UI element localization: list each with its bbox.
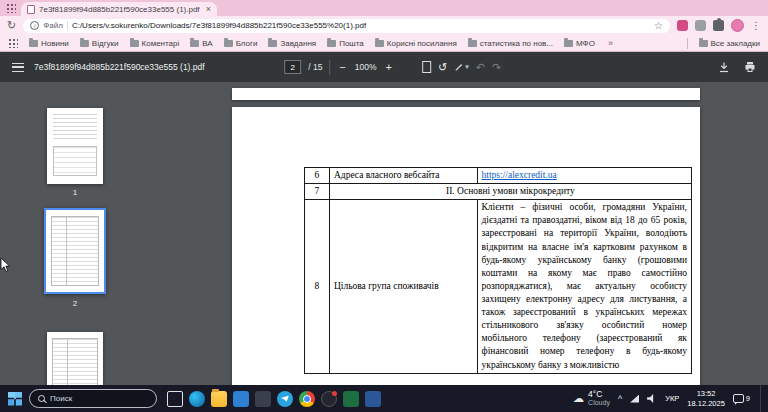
- folder-icon: [699, 40, 708, 47]
- bookmark-item[interactable]: МФО: [564, 39, 595, 48]
- folder-icon: [468, 40, 477, 47]
- all-bookmarks-button[interactable]: Все закладки: [699, 39, 760, 48]
- folder-icon: [130, 40, 139, 47]
- taskbar-app-icon[interactable]: [255, 391, 271, 407]
- bookmark-item[interactable]: Відгуки: [80, 39, 119, 48]
- taskbar-apps: [167, 391, 381, 407]
- pdf-toolbar: 7e3f81899f94d885b221f590ce33e555 (1).pdf…: [0, 52, 768, 82]
- taskbar-app-icon[interactable]: [321, 391, 337, 407]
- taskbar-search[interactable]: Поиск: [29, 389, 157, 408]
- extension-icon[interactable]: [677, 20, 688, 31]
- tab-title: 7e3f81899f94d885b221f590ce33e555 (1).pdf: [39, 5, 202, 14]
- start-button[interactable]: [8, 392, 22, 406]
- pdf-favicon-icon: [27, 5, 35, 14]
- bookmark-item[interactable]: Корисні посилання: [375, 39, 457, 48]
- bookmark-item[interactable]: статистика по нов...: [468, 39, 553, 48]
- table-row: 6 Адреса власного вебсайта https://alexc…: [305, 168, 692, 184]
- download-icon[interactable]: [718, 61, 730, 73]
- tab-search-icon[interactable]: [6, 3, 16, 13]
- bookmark-label: МФО: [576, 39, 595, 48]
- zoom-out-button[interactable]: −: [337, 61, 347, 73]
- folder-icon: [375, 40, 384, 47]
- thumbnail-page-number: 2: [73, 299, 77, 308]
- row-number: 8: [305, 200, 330, 373]
- page-thumbnail-active[interactable]: [44, 208, 106, 294]
- bookmark-item[interactable]: Завдання: [268, 39, 316, 48]
- bookmark-label: Коментарі: [142, 39, 180, 48]
- language-indicator[interactable]: УКР: [665, 394, 679, 403]
- page-thumbnail[interactable]: [47, 332, 103, 385]
- bookmark-item[interactable]: ВА: [190, 39, 212, 48]
- bookmarks-bar: Новини Відгуки Коментарі ВА Блоги Завдан…: [0, 35, 768, 52]
- browser-menu-icon[interactable]: ⋮: [751, 21, 761, 31]
- fit-page-icon[interactable]: [422, 61, 431, 73]
- bookmark-item[interactable]: Коментарі: [130, 39, 180, 48]
- annotate-icon[interactable]: ▾: [454, 62, 469, 72]
- page-thumbnail[interactable]: [47, 108, 103, 184]
- folder-icon: [224, 40, 233, 47]
- table-row: 8 Цільова група споживачів Клієнти – фіз…: [305, 200, 692, 373]
- page-number-input[interactable]: 2: [284, 60, 301, 74]
- task-view-icon[interactable]: [167, 391, 183, 407]
- chrome-icon[interactable]: [299, 391, 315, 407]
- bookmark-item[interactable]: Пошта: [327, 39, 364, 48]
- section-title: ІІ. Основні умови мікрокредиту: [329, 184, 691, 200]
- browser-tab[interactable]: 7e3f81899f94d885b221f590ce33e555 (1).pdf…: [21, 2, 217, 16]
- clock[interactable]: 13:52 18.12.2025: [687, 389, 725, 408]
- action-center[interactable]: 9: [733, 394, 750, 403]
- extensions-puzzle-icon[interactable]: [713, 20, 724, 31]
- search-icon: [38, 395, 45, 402]
- apps-grid-icon[interactable]: [8, 38, 18, 48]
- thumbnail-page-number: 1: [73, 188, 77, 197]
- address-bar[interactable]: i Файл C:/Users/v.sokurenko/Downloads/7e…: [23, 19, 670, 33]
- rotate-icon[interactable]: ↺: [438, 61, 447, 74]
- table-row: 7 ІІ. Основні умови мікрокредиту: [305, 184, 692, 200]
- taskbar-app-icon[interactable]: [365, 391, 381, 407]
- bookmarks-overflow-icon[interactable]: »: [608, 38, 613, 48]
- volume-icon[interactable]: [647, 394, 657, 403]
- toolbar-divider: [329, 60, 330, 75]
- show-desktop-button[interactable]: [760, 385, 763, 412]
- bookmark-star-icon[interactable]: ☆: [654, 20, 663, 31]
- zoom-in-button[interactable]: +: [384, 61, 394, 73]
- network-icon[interactable]: [630, 395, 639, 403]
- time: 13:52: [697, 389, 716, 398]
- tab-close-icon[interactable]: ×: [206, 5, 211, 14]
- notification-count: 9: [746, 394, 750, 403]
- row-number: 6: [305, 168, 330, 184]
- taskbar-app-icon[interactable]: [189, 391, 205, 407]
- thumb-content: [53, 146, 97, 176]
- redo-icon[interactable]: ↷: [492, 61, 501, 74]
- url-scheme-label: Файл: [43, 21, 63, 30]
- pdf-toolbar-right: [718, 61, 756, 73]
- tray-expand-icon[interactable]: ^: [618, 394, 622, 404]
- folder-icon: [268, 40, 277, 47]
- url-text[interactable]: C:/Users/v.sokurenko/Downloads/7e3f81899…: [72, 21, 650, 30]
- bookmark-label: Пошта: [339, 39, 364, 48]
- folder-icon: [29, 40, 38, 47]
- folder-icon: [80, 40, 89, 47]
- taskbar-app-icon[interactable]: [343, 391, 359, 407]
- date: 18.12.2025: [687, 399, 725, 408]
- pdf-menu-icon[interactable]: [12, 63, 24, 72]
- weather-temp: 4°C: [588, 390, 610, 400]
- print-icon[interactable]: [744, 61, 756, 73]
- row-value: https://alexcredit.ua: [477, 168, 691, 184]
- bookmark-label: Відгуки: [92, 39, 119, 48]
- bookmark-item[interactable]: Блоги: [224, 39, 258, 48]
- bookmark-label: статистика по нов...: [480, 39, 553, 48]
- undo-icon[interactable]: ↶: [476, 61, 485, 74]
- extension-icon[interactable]: [695, 20, 706, 31]
- bookmark-label: Завдання: [280, 39, 316, 48]
- website-link[interactable]: https://alexcredit.ua: [482, 170, 557, 180]
- chevron-down-icon: ▾: [465, 63, 469, 71]
- weather-widget[interactable]: ☁ 4°C Cloudy: [573, 390, 610, 408]
- taskbar-app-icon[interactable]: [277, 391, 293, 407]
- file-explorer-icon[interactable]: [211, 391, 227, 407]
- thumb-content: [52, 338, 98, 385]
- info-icon[interactable]: i: [30, 21, 39, 30]
- taskbar-app-icon[interactable]: [233, 391, 249, 407]
- bookmark-item[interactable]: Новини: [29, 39, 69, 48]
- reload-icon[interactable]: ↻: [7, 20, 16, 31]
- profile-avatar[interactable]: [731, 19, 744, 32]
